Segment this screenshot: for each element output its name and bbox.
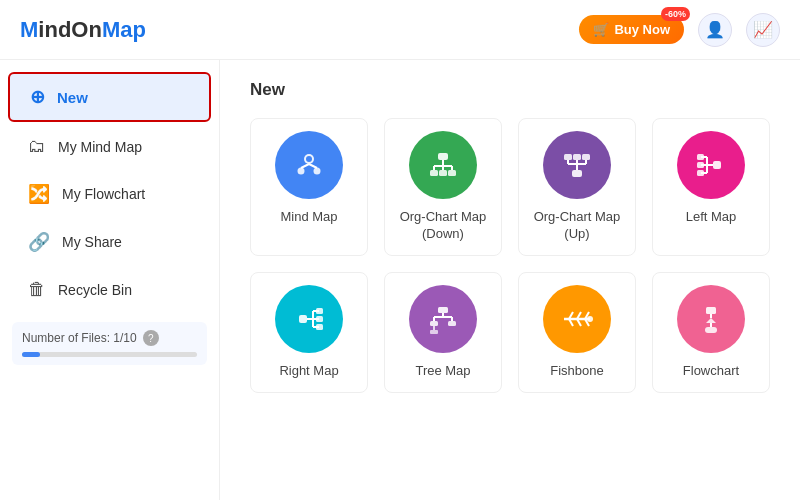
org-chart-up-svg <box>559 147 595 183</box>
tree-map-circle <box>409 285 477 353</box>
svg-rect-22 <box>573 154 581 160</box>
left-map-svg <box>693 147 729 183</box>
mind-map-svg <box>291 147 327 183</box>
cart-icon: 🛒 <box>593 22 609 37</box>
template-card-left-map[interactable]: Left Map <box>652 118 770 256</box>
svg-rect-13 <box>439 170 447 176</box>
svg-rect-12 <box>430 170 438 176</box>
svg-rect-23 <box>582 154 590 160</box>
svg-marker-61 <box>706 318 716 323</box>
svg-rect-39 <box>316 308 323 314</box>
org-chart-up-label: Org-Chart Map (Up) <box>527 209 627 243</box>
template-card-flowchart[interactable]: Flowchart <box>652 272 770 393</box>
help-icon[interactable]: ? <box>143 330 159 346</box>
mind-map-icon: 🗂 <box>28 136 46 157</box>
svg-rect-33 <box>299 315 307 323</box>
svg-rect-42 <box>438 307 448 313</box>
svg-rect-48 <box>448 321 456 326</box>
file-count-section: Number of Files: 1/10 ? <box>12 322 207 365</box>
layout: ⊕ New 🗂 My Mind Map 🔀 My Flowchart 🔗 My … <box>0 60 800 500</box>
sidebar-item-my-share[interactable]: 🔗 My Share <box>8 219 211 265</box>
svg-rect-59 <box>706 307 716 314</box>
template-card-tree-map[interactable]: Tree Map <box>384 272 502 393</box>
user-icon: 👤 <box>705 20 725 39</box>
section-title: New <box>250 80 770 100</box>
svg-rect-32 <box>697 170 704 176</box>
mind-map-circle <box>275 131 343 199</box>
template-card-org-chart-up[interactable]: Org-Chart Map (Up) <box>518 118 636 256</box>
left-map-label: Left Map <box>686 209 737 226</box>
user-icon-button[interactable]: 👤 <box>698 13 732 47</box>
chart-icon: 📈 <box>753 20 773 39</box>
plus-icon: ⊕ <box>30 86 45 108</box>
header-right: 🛒 Buy Now -60% 👤 📈 <box>579 13 780 47</box>
svg-rect-15 <box>572 170 582 177</box>
buy-now-button[interactable]: 🛒 Buy Now -60% <box>579 15 684 44</box>
fishbone-svg <box>559 301 595 337</box>
flowchart-icon: 🔀 <box>28 183 50 205</box>
svg-rect-40 <box>316 316 323 322</box>
svg-rect-63 <box>705 327 717 333</box>
file-count-text: Number of Files: 1/10 <box>22 331 137 345</box>
svg-rect-14 <box>448 170 456 176</box>
svg-line-3 <box>301 164 309 168</box>
svg-rect-21 <box>564 154 572 160</box>
svg-rect-31 <box>697 162 704 168</box>
svg-rect-24 <box>713 161 721 169</box>
logo: MindOnMap <box>20 17 146 43</box>
flowchart-label: Flowchart <box>683 363 739 380</box>
sidebar-mind-map-label: My Mind Map <box>58 139 142 155</box>
sidebar-item-recycle-bin[interactable]: 🗑 Recycle Bin <box>8 267 211 312</box>
svg-rect-30 <box>697 154 704 160</box>
right-map-circle <box>275 285 343 353</box>
discount-badge: -60% <box>661 7 690 21</box>
buy-now-label: Buy Now <box>614 22 670 37</box>
svg-point-2 <box>314 168 321 175</box>
template-card-right-map[interactable]: Right Map <box>250 272 368 393</box>
tree-map-svg <box>425 301 461 337</box>
svg-point-58 <box>587 316 593 322</box>
right-map-svg <box>291 301 327 337</box>
template-card-mind-map[interactable]: Mind Map <box>250 118 368 256</box>
mind-map-label: Mind Map <box>280 209 337 226</box>
sidebar-share-label: My Share <box>62 234 122 250</box>
svg-rect-50 <box>430 330 438 334</box>
tree-map-label: Tree Map <box>415 363 470 380</box>
svg-point-5 <box>306 156 312 162</box>
left-map-circle <box>677 131 745 199</box>
share-icon: 🔗 <box>28 231 50 253</box>
org-chart-down-circle <box>409 131 477 199</box>
flowchart-svg <box>693 301 729 337</box>
template-card-org-chart-down[interactable]: Org-Chart Map(Down) <box>384 118 502 256</box>
org-chart-down-svg <box>425 147 461 183</box>
svg-rect-47 <box>430 321 438 326</box>
org-chart-down-label: Org-Chart Map(Down) <box>400 209 487 243</box>
main-content: New Mind Map <box>220 60 800 500</box>
sidebar-flowchart-label: My Flowchart <box>62 186 145 202</box>
fishbone-label: Fishbone <box>550 363 603 380</box>
sidebar-item-new[interactable]: ⊕ New <box>8 72 211 122</box>
svg-line-4 <box>309 164 317 168</box>
fishbone-circle <box>543 285 611 353</box>
trash-icon: 🗑 <box>28 279 46 300</box>
svg-rect-41 <box>316 324 323 330</box>
sidebar: ⊕ New 🗂 My Mind Map 🔀 My Flowchart 🔗 My … <box>0 60 220 500</box>
svg-point-1 <box>298 168 305 175</box>
sidebar-recycle-label: Recycle Bin <box>58 282 132 298</box>
sidebar-item-my-flowchart[interactable]: 🔀 My Flowchart <box>8 171 211 217</box>
progress-bar-fill <box>22 352 40 357</box>
header: MindOnMap 🛒 Buy Now -60% 👤 📈 <box>0 0 800 60</box>
sidebar-item-my-mind-map[interactable]: 🗂 My Mind Map <box>8 124 211 169</box>
svg-rect-6 <box>438 153 448 160</box>
file-count-label-row: Number of Files: 1/10 ? <box>22 330 197 346</box>
org-chart-up-circle <box>543 131 611 199</box>
flowchart-circle <box>677 285 745 353</box>
chart-icon-button[interactable]: 📈 <box>746 13 780 47</box>
template-grid: Mind Map Org- <box>250 118 770 393</box>
progress-bar-background <box>22 352 197 357</box>
template-card-fishbone[interactable]: Fishbone <box>518 272 636 393</box>
right-map-label: Right Map <box>279 363 338 380</box>
sidebar-new-label: New <box>57 89 88 106</box>
